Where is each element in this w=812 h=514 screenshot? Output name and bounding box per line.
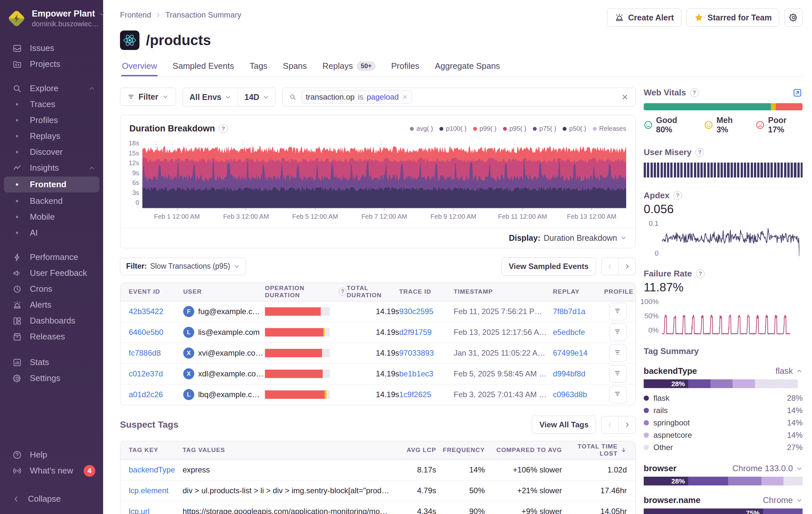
search-token[interactable]: transaction.op is pageload <box>301 90 412 104</box>
breadcrumb-frontend[interactable]: Frontend <box>120 10 151 20</box>
help-question-icon[interactable] <box>339 288 347 296</box>
sidebar-item-releases[interactable]: Releases <box>0 329 103 345</box>
legend-item-p99[interactable]: p99( ) <box>473 125 496 132</box>
event-id-link[interactable]: c012e37d <box>129 369 183 378</box>
replay-id-link[interactable]: 67499e14 <box>553 349 604 358</box>
tag-value-select[interactable]: Chrome 133.0.0 <box>732 463 803 474</box>
tag-value-select[interactable]: flask <box>776 366 803 376</box>
sidebar-item-issues[interactable]: Issues <box>0 40 103 56</box>
next-page-button[interactable] <box>618 258 635 275</box>
sidebar-item-frontend[interactable]: Frontend <box>4 177 99 192</box>
starred-for-team-button[interactable]: Starred for Team <box>687 8 779 27</box>
trace-id-link[interactable]: be1b1ec3 <box>399 369 454 378</box>
next-page-button[interactable] <box>618 416 635 433</box>
profile-button[interactable] <box>609 303 627 320</box>
transactions-filter-dropdown[interactable]: Filter: Slow Transactions (p95) <box>120 258 246 275</box>
replay-id-link[interactable]: d994bf8d <box>553 369 604 378</box>
sidebar-item-settings[interactable]: Settings <box>0 370 103 386</box>
tag-distribution-bar[interactable]: 28% <box>644 379 803 388</box>
sidebar-item-ai[interactable]: AI <box>0 225 103 241</box>
profile-button[interactable] <box>609 386 627 403</box>
sidebar-collapse-button[interactable]: Collapse <box>0 491 103 507</box>
view-all-tags-button[interactable]: View All Tags <box>532 416 596 434</box>
sidebar-item-stats[interactable]: Stats <box>0 354 103 370</box>
tag-legend-row[interactable]: springboot14% <box>644 417 803 429</box>
help-question-icon[interactable] <box>695 148 704 157</box>
legend-item-p100[interactable]: p100( ) <box>439 125 466 132</box>
sidebar-item-replays[interactable]: Replays <box>0 128 103 144</box>
tab-tags[interactable]: Tags <box>249 58 268 76</box>
profile-button[interactable] <box>609 324 627 341</box>
legend-item-p95[interactable]: p95( ) <box>503 125 526 132</box>
tag-legend-row[interactable]: aspnetcore14% <box>644 429 803 441</box>
tag-key-link[interactable]: lcp.url <box>129 507 182 514</box>
event-id-link[interactable]: 42b35422 <box>129 307 183 316</box>
tab-replays[interactable]: Replays50+ <box>322 58 376 76</box>
search-input[interactable]: transaction.op is pageload <box>283 88 636 106</box>
sidebar-item-crons[interactable]: Crons <box>0 281 103 297</box>
tab-sampled-events[interactable]: Sampled Events <box>172 58 234 76</box>
replay-id-link[interactable]: c0963d8b <box>553 390 604 399</box>
tag-distribution-bar[interactable]: 75% <box>644 509 803 514</box>
sidebar-item-user-feedback[interactable]: User Feedback <box>0 265 103 281</box>
event-id-link[interactable]: a01d2c26 <box>129 390 183 399</box>
trace-id-link[interactable]: 930c2595 <box>399 307 454 316</box>
tag-distribution-bar[interactable]: 28% <box>644 477 803 485</box>
event-id-link[interactable]: fc7886d8 <box>129 349 183 358</box>
tag-legend-row[interactable]: flask28% <box>644 392 803 404</box>
environment-select[interactable]: All Envs <box>183 88 238 106</box>
sidebar-item-help[interactable]: Help <box>0 447 103 463</box>
tab-aggregate-spans[interactable]: Aggregate Spans <box>434 58 501 76</box>
trace-id-link[interactable]: 1c9f2625 <box>399 390 454 399</box>
tag-legend-row[interactable]: rails14% <box>644 404 803 417</box>
sidebar-item-mobile[interactable]: Mobile <box>0 209 103 225</box>
settings-gear-button[interactable] <box>784 8 803 27</box>
profile-button[interactable] <box>609 365 627 383</box>
sort-descending-icon[interactable] <box>620 447 627 454</box>
sidebar-item-discover[interactable]: Discover <box>0 144 103 160</box>
view-sampled-events-button[interactable]: View Sampled Events <box>501 257 596 275</box>
sidebar-item-projects[interactable]: Projects <box>0 56 103 72</box>
help-question-icon[interactable] <box>696 269 705 278</box>
create-alert-button[interactable]: Create Alert <box>607 8 681 27</box>
legend-item-p50[interactable]: p50( ) <box>562 125 586 132</box>
profile-button[interactable] <box>609 344 627 362</box>
replay-id-link[interactable]: 7f8b7d1a <box>553 307 604 316</box>
sidebar-item-backend[interactable]: Backend <box>0 193 103 209</box>
sidebar-item-what-s-new[interactable]: What's new4 <box>0 463 103 479</box>
sidebar-item-alerts[interactable]: Alerts <box>0 297 103 313</box>
tab-spans[interactable]: Spans <box>283 58 308 76</box>
token-remove-icon[interactable] <box>402 94 408 100</box>
tab-profiles[interactable]: Profiles <box>390 58 420 76</box>
legend-item-p75[interactable]: p75( ) <box>533 125 556 132</box>
open-in-new-icon[interactable] <box>792 88 803 98</box>
sidebar-item-performance[interactable]: Performance <box>0 249 103 265</box>
sidebar-item-profiles[interactable]: Profiles <box>0 112 103 128</box>
tag-key-link[interactable]: backendType <box>129 465 182 475</box>
replay-id-link[interactable]: e5edbcfe <box>553 328 604 337</box>
display-select[interactable]: Duration Breakdown <box>544 233 627 243</box>
legend-item-releases[interactable]: Releases <box>593 125 626 132</box>
event-id-link[interactable]: 6460e5b0 <box>129 328 183 337</box>
prev-page-button[interactable] <box>602 416 618 433</box>
help-question-icon[interactable] <box>673 191 682 200</box>
tag-key-link[interactable]: lcp.element <box>129 486 182 495</box>
sidebar-item-traces[interactable]: Traces <box>0 97 103 112</box>
duration-breakdown-chart[interactable] <box>142 139 626 211</box>
tag-value-select[interactable]: Chrome <box>763 495 803 505</box>
trace-id-link[interactable]: 97033893 <box>399 349 454 358</box>
help-question-icon[interactable] <box>219 124 228 133</box>
search-clear-icon[interactable] <box>621 93 629 101</box>
sidebar-item-explore[interactable]: Explore <box>0 80 103 97</box>
help-question-icon[interactable] <box>690 88 699 97</box>
org-switcher[interactable]: Empower Plant dominik.buszowiec… <box>0 6 103 30</box>
legend-item-avg[interactable]: avg( ) <box>410 125 433 132</box>
date-range-select[interactable]: 14D <box>238 88 276 106</box>
tab-overview[interactable]: Overview <box>121 58 157 76</box>
trace-id-link[interactable]: d2f91759 <box>399 328 454 337</box>
filter-dropdown-button[interactable]: Filter <box>120 88 176 106</box>
tag-legend-row[interactable]: Other27% <box>644 441 803 454</box>
prev-page-button[interactable] <box>602 258 618 275</box>
sidebar-item-insights[interactable]: Insights <box>0 160 103 176</box>
sidebar-item-dashboards[interactable]: Dashboards <box>0 313 103 329</box>
